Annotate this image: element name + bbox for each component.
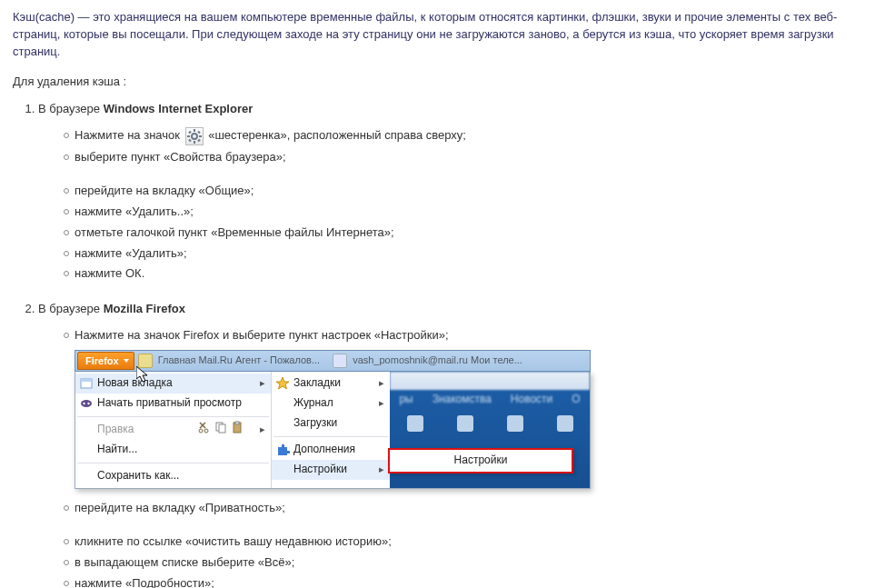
- menu-item-bookmarks[interactable]: Закладки: [272, 374, 390, 394]
- bg-icon-2: [457, 415, 473, 432]
- menu-item-settings[interactable]: Настройки: [272, 460, 390, 480]
- ie-step-gear-b: «шестеренка», расположенный справа сверх…: [205, 129, 466, 143]
- firefox-menu-screenshot: Firefox Главная Mail.Ru Агент - Пожалов.…: [75, 350, 591, 489]
- menu-item-bookmarks-label: Закладки: [293, 375, 341, 391]
- ie-step-3: перейдите на вкладку «Общие»;: [64, 181, 862, 202]
- new-tab-icon: [79, 376, 94, 391]
- bg-text-4: O: [572, 392, 580, 407]
- copy-icon[interactable]: [214, 421, 227, 434]
- menu-item-addons[interactable]: Дополнения: [272, 440, 390, 460]
- svg-rect-10: [81, 379, 92, 382]
- paste-icon[interactable]: [231, 421, 244, 434]
- ff-step-2: перейдите на вкладку «Приватность»;: [64, 498, 862, 519]
- bg-icon-4: [557, 415, 573, 432]
- firefox-menu-button[interactable]: Firefox: [77, 352, 134, 370]
- ie-step-5: отметьте галочкой пункт «Временные файлы…: [64, 223, 862, 244]
- svg-rect-5: [188, 131, 192, 135]
- ie-step-2: выберите пункт «Свойства браузера»;: [64, 147, 862, 168]
- svg-rect-4: [199, 135, 202, 137]
- svg-rect-8: [188, 139, 192, 143]
- private-icon: [79, 396, 94, 411]
- svg-rect-17: [219, 424, 225, 433]
- menu-item-settings-label: Настройки: [293, 462, 347, 477]
- bg-text-2: Знакомства: [433, 392, 492, 407]
- menu-item-downloads[interactable]: Загрузки: [272, 414, 390, 434]
- browser-list-item-ie: В браузере Windows Internet Explorer Наж…: [38, 101, 862, 284]
- bg-icon-1: [407, 415, 423, 432]
- svg-point-12: [83, 403, 85, 404]
- svg-point-0: [192, 134, 197, 139]
- tab-favicon-2: [333, 354, 347, 368]
- firefox-menu-right-col: Закладки Журнал Загрузки Дополнения Наст: [272, 372, 390, 488]
- menu-item-downloads-label: Загрузки: [293, 415, 337, 431]
- menu-item-private[interactable]: Начать приватный просмотр: [75, 394, 271, 414]
- menu-item-history-label: Журнал: [293, 395, 333, 411]
- svg-rect-19: [235, 422, 239, 424]
- ff-step-1: Нажмите на значок Firefox и выберите пун…: [64, 325, 862, 346]
- menu-item-addons-label: Дополнения: [293, 442, 355, 457]
- bg-icon-3: [507, 415, 523, 432]
- firefox-menu-left-col: Новая вкладка Начать приватный просмотр …: [75, 372, 272, 488]
- menu-item-new-tab[interactable]: Новая вкладка: [75, 374, 271, 394]
- subintro-text: Для удаления кэша :: [13, 74, 862, 91]
- cut-icon[interactable]: [198, 421, 211, 434]
- menu-item-save-as-label: Сохранить как...: [97, 468, 179, 483]
- bg-text-1: ры: [399, 392, 413, 407]
- svg-point-11: [81, 400, 92, 407]
- ff-step-3: кликните по ссылке «очистить вашу недавн…: [64, 532, 862, 553]
- menu-item-private-label: Начать приватный просмотр: [97, 395, 242, 411]
- tab-favicon-1: [138, 354, 153, 368]
- gear-icon: [185, 127, 204, 145]
- browser-list-item-ff: В браузере Mozilla Firefox Нажмите на зн…: [38, 301, 862, 588]
- ie-step-gear: Нажмите на значок «шестеренка», располож…: [64, 125, 862, 147]
- ie-step-4: нажмите «Удалить..»;: [64, 202, 862, 223]
- svg-rect-3: [187, 135, 190, 137]
- browser-name-ff: Mozilla Firefox: [104, 302, 185, 315]
- firefox-tabs-blur: Главная Mail.Ru Агент - Пожалов... vash_…: [138, 354, 590, 368]
- puzzle-icon: [275, 443, 290, 457]
- svg-rect-2: [194, 141, 195, 144]
- ie-step-6: нажмите «Удалить»;: [64, 244, 862, 264]
- intro-text: Кэш(cache) — это хранящиеся на вашем ком…: [13, 9, 862, 61]
- menu-item-history[interactable]: Журнал: [272, 394, 390, 414]
- svg-point-13: [87, 403, 89, 404]
- browser-name-ie: Windows Internet Explorer: [104, 102, 254, 115]
- ff-step-4: в выпадающем списке выберите «Всё»;: [64, 553, 862, 573]
- menu-item-edit-label: Правка: [97, 422, 134, 437]
- ie-step-gear-a: Нажмите на значок: [75, 129, 184, 143]
- browser-prefix-ff: В браузере: [38, 302, 104, 315]
- firefox-titlebar: Firefox Главная Mail.Ru Агент - Пожалов.…: [75, 350, 591, 372]
- menu-item-find[interactable]: Найти...: [75, 440, 271, 460]
- svg-rect-1: [194, 129, 195, 132]
- menu-item-new-tab-label: Новая вкладка: [97, 375, 173, 391]
- svg-rect-7: [197, 131, 201, 135]
- star-icon: [275, 376, 290, 391]
- svg-marker-20: [276, 377, 289, 389]
- svg-point-14: [199, 429, 203, 433]
- browser-prefix: В браузере: [38, 102, 104, 115]
- menu-item-find-label: Найти...: [97, 442, 137, 457]
- menu-separator-r: [273, 436, 388, 437]
- tab-title-2: vash_pomoshnik@mail.ru Мои теле...: [353, 354, 522, 368]
- settings-submenu-item[interactable]: Настройки: [388, 448, 573, 473]
- menu-separator: [77, 416, 269, 417]
- tab-title-1: Главная Mail.Ru Агент - Пожалов...: [158, 354, 320, 368]
- bg-text-3: Новости: [511, 392, 552, 407]
- menu-item-edit: Правка: [75, 420, 271, 440]
- svg-point-15: [204, 429, 208, 433]
- ie-step-7: нажмите ОК.: [64, 264, 862, 284]
- ff-step-5: нажмите «Подробности»;: [64, 573, 862, 589]
- menu-separator-2: [77, 463, 269, 463]
- menu-item-save-as[interactable]: Сохранить как...: [75, 466, 271, 486]
- svg-rect-6: [197, 139, 201, 143]
